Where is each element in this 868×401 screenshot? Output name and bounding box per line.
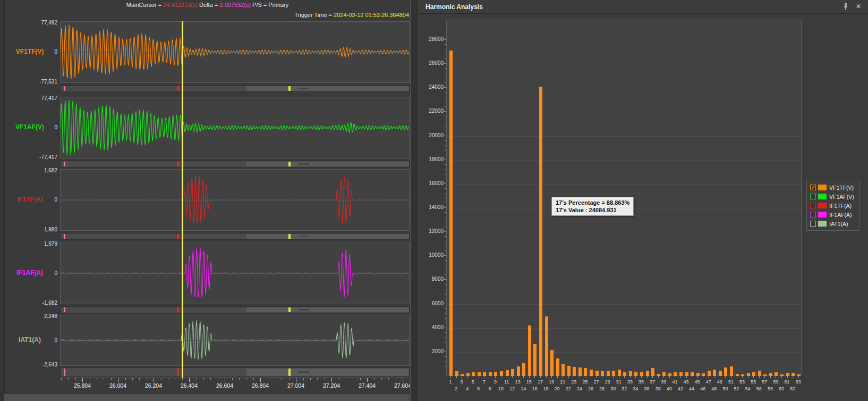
harmonic-bar[interactable] xyxy=(449,51,453,376)
harmonic-bar[interactable] xyxy=(522,363,525,376)
harmonic-bar[interactable] xyxy=(640,372,643,376)
harmonic-bar[interactable] xyxy=(561,364,565,376)
harmonic-bar[interactable] xyxy=(618,370,621,376)
main-scrollbar[interactable] xyxy=(60,367,410,377)
channel-pan-strip[interactable] xyxy=(60,306,410,313)
harmonic-bar[interactable] xyxy=(489,372,492,376)
cursor-marker xyxy=(288,86,291,91)
legend-swatch-icon xyxy=(818,194,827,199)
harmonic-bar[interactable] xyxy=(623,372,626,376)
harmonic-bar[interactable] xyxy=(719,371,722,376)
channel-plot[interactable] xyxy=(60,243,410,304)
channel-plot[interactable] xyxy=(60,21,410,83)
harmonic-bar[interactable] xyxy=(668,373,671,376)
harmonic-bar[interactable] xyxy=(662,372,666,376)
legend-row[interactable]: IF1AF(A) xyxy=(810,210,859,219)
harmonic-x-tick xyxy=(753,376,754,378)
channel-pan-strip[interactable] xyxy=(60,85,410,92)
harmonic-bar[interactable] xyxy=(691,372,694,376)
harmonic-bar[interactable] xyxy=(792,373,795,376)
harmonic-bar[interactable] xyxy=(528,325,531,376)
harmonic-bar[interactable] xyxy=(747,373,750,376)
harmonic-bar[interactable] xyxy=(578,367,582,376)
harmonic-bar[interactable] xyxy=(657,374,660,376)
scrollbar-thumb[interactable] xyxy=(246,369,409,376)
harmonic-x-label: 30 xyxy=(610,386,616,391)
harmonic-bar[interactable] xyxy=(533,344,537,376)
channel-plot[interactable] xyxy=(60,169,410,231)
harmonic-bar[interactable] xyxy=(500,371,503,376)
legend-row[interactable]: IAT1(A) xyxy=(810,219,859,228)
legend-row[interactable]: ✓VF1TF(V) xyxy=(810,183,859,192)
legend-row[interactable]: VF1AF(V) xyxy=(810,192,859,201)
harmonic-bar[interactable] xyxy=(786,373,789,376)
harmonic-bar[interactable] xyxy=(550,350,554,376)
harmonic-bar[interactable] xyxy=(511,369,514,376)
harmonic-bar[interactable] xyxy=(685,372,688,376)
harmonic-bar[interactable] xyxy=(741,374,744,376)
harmonic-bar[interactable] xyxy=(724,367,727,376)
harmonic-bar[interactable] xyxy=(780,374,784,376)
channel-pan-strip[interactable] xyxy=(60,161,410,168)
harmonic-bar[interactable] xyxy=(679,372,683,376)
close-icon[interactable]: ✕ xyxy=(854,2,863,11)
harmonic-bar[interactable] xyxy=(730,366,733,376)
harmonic-y-minortick xyxy=(445,270,446,270)
harmonic-y-majortick xyxy=(444,352,446,352)
harmonic-bar[interactable] xyxy=(461,374,464,376)
harmonic-bar[interactable] xyxy=(573,367,576,376)
legend-row[interactable]: IF1TF(A) xyxy=(810,201,859,210)
main-cursor-line[interactable] xyxy=(182,21,183,378)
harmonic-bar[interactable] xyxy=(472,372,475,376)
harmonic-bar[interactable] xyxy=(455,371,458,376)
scrollbar-thumb[interactable] xyxy=(246,234,409,239)
harmonic-bar[interactable] xyxy=(539,87,542,376)
harmonic-bar[interactable] xyxy=(478,372,481,376)
harmonic-bar[interactable] xyxy=(696,373,700,376)
pin-icon[interactable] xyxy=(841,3,850,11)
scrollbar-thumb[interactable] xyxy=(246,86,409,91)
harmonic-bar[interactable] xyxy=(646,371,649,376)
harmonic-bar[interactable] xyxy=(629,371,632,376)
harmonic-bar[interactable] xyxy=(556,358,559,376)
legend-checkbox[interactable] xyxy=(810,212,816,218)
harmonic-bar[interactable] xyxy=(752,372,755,376)
harmonic-bar[interactable] xyxy=(595,371,599,376)
legend-checkbox[interactable] xyxy=(810,221,816,227)
harmonic-bar[interactable] xyxy=(763,374,767,376)
harmonic-bar[interactable] xyxy=(612,371,615,376)
channel-plot[interactable] xyxy=(60,315,410,366)
legend-checkbox[interactable]: ✓ xyxy=(810,185,816,190)
legend-checkbox[interactable] xyxy=(810,194,816,199)
harmonic-bar[interactable] xyxy=(601,371,604,376)
harmonic-bar[interactable] xyxy=(517,366,520,376)
panel-splitter[interactable] xyxy=(410,0,419,401)
harmonic-bar[interactable] xyxy=(466,373,470,376)
harmonic-bar[interactable] xyxy=(797,374,801,376)
harmonic-bar[interactable] xyxy=(674,372,677,376)
time-major-tick xyxy=(331,378,332,382)
harmonic-bar[interactable] xyxy=(584,368,587,376)
harmonic-bar[interactable] xyxy=(483,372,486,376)
harmonic-bar[interactable] xyxy=(590,370,593,376)
legend-checkbox[interactable] xyxy=(810,203,816,208)
harmonic-bar[interactable] xyxy=(736,374,739,376)
harmonic-bar[interactable] xyxy=(708,371,711,376)
harmonic-bar[interactable] xyxy=(713,370,716,376)
scrollbar-thumb[interactable] xyxy=(246,162,409,166)
channel-plot[interactable] xyxy=(60,97,410,158)
harmonic-bar[interactable] xyxy=(634,372,637,376)
harmonic-bar[interactable] xyxy=(758,371,761,376)
harmonic-bar[interactable] xyxy=(769,373,772,376)
harmonic-bar[interactable] xyxy=(506,370,509,376)
harmonic-bar[interactable] xyxy=(545,316,548,376)
harmonic-bar[interactable] xyxy=(651,368,654,376)
scrollbar-thumb[interactable] xyxy=(246,307,409,312)
harmonic-bar[interactable] xyxy=(607,371,610,376)
bottom-scrollbar-track[interactable] xyxy=(4,394,410,401)
harmonic-bar[interactable] xyxy=(567,366,571,376)
harmonic-bar[interactable] xyxy=(702,373,705,376)
harmonic-bar[interactable] xyxy=(775,372,778,376)
harmonic-bar[interactable] xyxy=(494,372,497,376)
channel-pan-strip[interactable] xyxy=(60,233,410,240)
